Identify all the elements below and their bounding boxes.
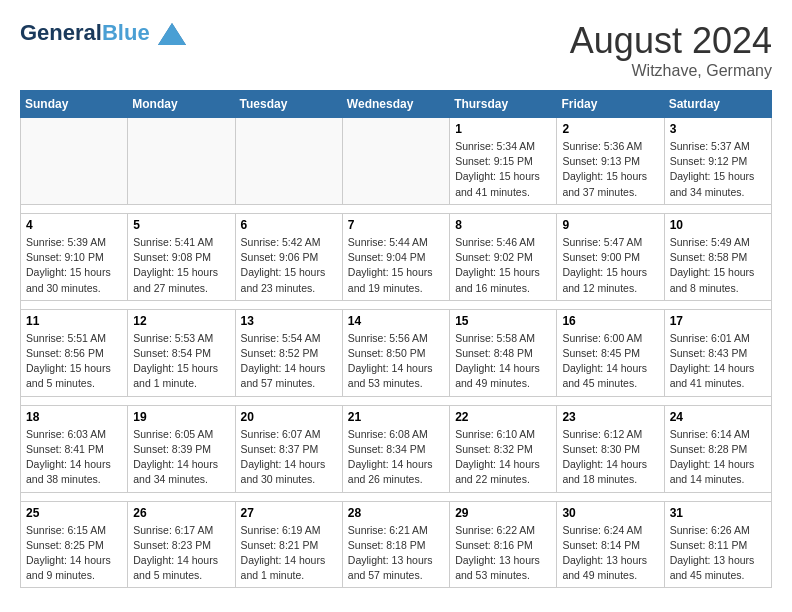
calendar-day-cell: 4Sunrise: 5:39 AM Sunset: 9:10 PM Daylig…	[21, 213, 128, 300]
calendar-day-cell: 24Sunrise: 6:14 AM Sunset: 8:28 PM Dayli…	[664, 405, 771, 492]
day-number: 10	[670, 218, 766, 232]
day-number: 16	[562, 314, 658, 328]
calendar-day-cell: 20Sunrise: 6:07 AM Sunset: 8:37 PM Dayli…	[235, 405, 342, 492]
day-number: 28	[348, 506, 444, 520]
calendar-day-cell: 19Sunrise: 6:05 AM Sunset: 8:39 PM Dayli…	[128, 405, 235, 492]
week-separator	[21, 204, 772, 213]
calendar-day-cell: 7Sunrise: 5:44 AM Sunset: 9:04 PM Daylig…	[342, 213, 449, 300]
calendar-day-cell: 31Sunrise: 6:26 AM Sunset: 8:11 PM Dayli…	[664, 501, 771, 588]
weekday-header-monday: Monday	[128, 91, 235, 118]
empty-day-cell	[128, 118, 235, 205]
day-number: 30	[562, 506, 658, 520]
logo: GeneralBlue	[20, 20, 186, 45]
calendar-week-row: 1Sunrise: 5:34 AM Sunset: 9:15 PM Daylig…	[21, 118, 772, 205]
day-number: 15	[455, 314, 551, 328]
day-number: 7	[348, 218, 444, 232]
day-info: Sunrise: 5:53 AM Sunset: 8:54 PM Dayligh…	[133, 331, 229, 392]
day-info: Sunrise: 6:21 AM Sunset: 8:18 PM Dayligh…	[348, 523, 444, 584]
calendar-day-cell: 30Sunrise: 6:24 AM Sunset: 8:14 PM Dayli…	[557, 501, 664, 588]
day-number: 22	[455, 410, 551, 424]
calendar-week-row: 18Sunrise: 6:03 AM Sunset: 8:41 PM Dayli…	[21, 405, 772, 492]
day-info: Sunrise: 5:44 AM Sunset: 9:04 PM Dayligh…	[348, 235, 444, 296]
day-number: 26	[133, 506, 229, 520]
weekday-header-thursday: Thursday	[450, 91, 557, 118]
day-number: 19	[133, 410, 229, 424]
svg-marker-1	[158, 23, 186, 45]
month-year-title: August 2024	[570, 20, 772, 62]
calendar-table: SundayMondayTuesdayWednesdayThursdayFrid…	[20, 90, 772, 588]
day-info: Sunrise: 5:51 AM Sunset: 8:56 PM Dayligh…	[26, 331, 122, 392]
day-info: Sunrise: 5:54 AM Sunset: 8:52 PM Dayligh…	[241, 331, 337, 392]
logo-text: GeneralBlue	[20, 20, 186, 45]
calendar-day-cell: 3Sunrise: 5:37 AM Sunset: 9:12 PM Daylig…	[664, 118, 771, 205]
calendar-day-cell: 26Sunrise: 6:17 AM Sunset: 8:23 PM Dayli…	[128, 501, 235, 588]
weekday-header-sunday: Sunday	[21, 91, 128, 118]
calendar-week-row: 4Sunrise: 5:39 AM Sunset: 9:10 PM Daylig…	[21, 213, 772, 300]
calendar-day-cell: 14Sunrise: 5:56 AM Sunset: 8:50 PM Dayli…	[342, 309, 449, 396]
calendar-day-cell: 29Sunrise: 6:22 AM Sunset: 8:16 PM Dayli…	[450, 501, 557, 588]
day-info: Sunrise: 5:56 AM Sunset: 8:50 PM Dayligh…	[348, 331, 444, 392]
day-info: Sunrise: 6:08 AM Sunset: 8:34 PM Dayligh…	[348, 427, 444, 488]
calendar-day-cell: 18Sunrise: 6:03 AM Sunset: 8:41 PM Dayli…	[21, 405, 128, 492]
day-info: Sunrise: 5:42 AM Sunset: 9:06 PM Dayligh…	[241, 235, 337, 296]
calendar-day-cell: 15Sunrise: 5:58 AM Sunset: 8:48 PM Dayli…	[450, 309, 557, 396]
day-number: 31	[670, 506, 766, 520]
day-info: Sunrise: 6:03 AM Sunset: 8:41 PM Dayligh…	[26, 427, 122, 488]
day-info: Sunrise: 6:22 AM Sunset: 8:16 PM Dayligh…	[455, 523, 551, 584]
day-info: Sunrise: 5:41 AM Sunset: 9:08 PM Dayligh…	[133, 235, 229, 296]
weekday-header-wednesday: Wednesday	[342, 91, 449, 118]
page-header: GeneralBlue August 2024 Witzhave, German…	[20, 20, 772, 80]
day-info: Sunrise: 6:01 AM Sunset: 8:43 PM Dayligh…	[670, 331, 766, 392]
location-title: Witzhave, Germany	[570, 62, 772, 80]
calendar-day-cell: 12Sunrise: 5:53 AM Sunset: 8:54 PM Dayli…	[128, 309, 235, 396]
day-info: Sunrise: 5:46 AM Sunset: 9:02 PM Dayligh…	[455, 235, 551, 296]
calendar-day-cell: 8Sunrise: 5:46 AM Sunset: 9:02 PM Daylig…	[450, 213, 557, 300]
day-number: 18	[26, 410, 122, 424]
day-number: 17	[670, 314, 766, 328]
day-number: 6	[241, 218, 337, 232]
calendar-day-cell: 1Sunrise: 5:34 AM Sunset: 9:15 PM Daylig…	[450, 118, 557, 205]
day-number: 20	[241, 410, 337, 424]
day-number: 24	[670, 410, 766, 424]
empty-day-cell	[342, 118, 449, 205]
calendar-day-cell: 5Sunrise: 5:41 AM Sunset: 9:08 PM Daylig…	[128, 213, 235, 300]
week-separator	[21, 396, 772, 405]
day-info: Sunrise: 6:05 AM Sunset: 8:39 PM Dayligh…	[133, 427, 229, 488]
day-info: Sunrise: 5:36 AM Sunset: 9:13 PM Dayligh…	[562, 139, 658, 200]
weekday-header-friday: Friday	[557, 91, 664, 118]
weekday-header-tuesday: Tuesday	[235, 91, 342, 118]
calendar-day-cell: 21Sunrise: 6:08 AM Sunset: 8:34 PM Dayli…	[342, 405, 449, 492]
calendar-day-cell: 17Sunrise: 6:01 AM Sunset: 8:43 PM Dayli…	[664, 309, 771, 396]
day-info: Sunrise: 5:47 AM Sunset: 9:00 PM Dayligh…	[562, 235, 658, 296]
day-number: 3	[670, 122, 766, 136]
calendar-day-cell: 6Sunrise: 5:42 AM Sunset: 9:06 PM Daylig…	[235, 213, 342, 300]
calendar-header-row: SundayMondayTuesdayWednesdayThursdayFrid…	[21, 91, 772, 118]
day-number: 9	[562, 218, 658, 232]
day-number: 4	[26, 218, 122, 232]
day-number: 5	[133, 218, 229, 232]
day-info: Sunrise: 5:39 AM Sunset: 9:10 PM Dayligh…	[26, 235, 122, 296]
day-info: Sunrise: 5:49 AM Sunset: 8:58 PM Dayligh…	[670, 235, 766, 296]
day-number: 2	[562, 122, 658, 136]
empty-day-cell	[21, 118, 128, 205]
day-number: 8	[455, 218, 551, 232]
day-info: Sunrise: 6:10 AM Sunset: 8:32 PM Dayligh…	[455, 427, 551, 488]
calendar-day-cell: 25Sunrise: 6:15 AM Sunset: 8:25 PM Dayli…	[21, 501, 128, 588]
calendar-day-cell: 11Sunrise: 5:51 AM Sunset: 8:56 PM Dayli…	[21, 309, 128, 396]
day-info: Sunrise: 6:15 AM Sunset: 8:25 PM Dayligh…	[26, 523, 122, 584]
day-info: Sunrise: 6:19 AM Sunset: 8:21 PM Dayligh…	[241, 523, 337, 584]
day-number: 21	[348, 410, 444, 424]
week-separator	[21, 300, 772, 309]
calendar-week-row: 25Sunrise: 6:15 AM Sunset: 8:25 PM Dayli…	[21, 501, 772, 588]
week-separator	[21, 492, 772, 501]
day-number: 25	[26, 506, 122, 520]
calendar-day-cell: 16Sunrise: 6:00 AM Sunset: 8:45 PM Dayli…	[557, 309, 664, 396]
day-number: 13	[241, 314, 337, 328]
title-block: August 2024 Witzhave, Germany	[570, 20, 772, 80]
day-number: 11	[26, 314, 122, 328]
empty-day-cell	[235, 118, 342, 205]
calendar-day-cell: 22Sunrise: 6:10 AM Sunset: 8:32 PM Dayli…	[450, 405, 557, 492]
logo-icon	[158, 23, 186, 45]
day-info: Sunrise: 6:14 AM Sunset: 8:28 PM Dayligh…	[670, 427, 766, 488]
day-number: 29	[455, 506, 551, 520]
